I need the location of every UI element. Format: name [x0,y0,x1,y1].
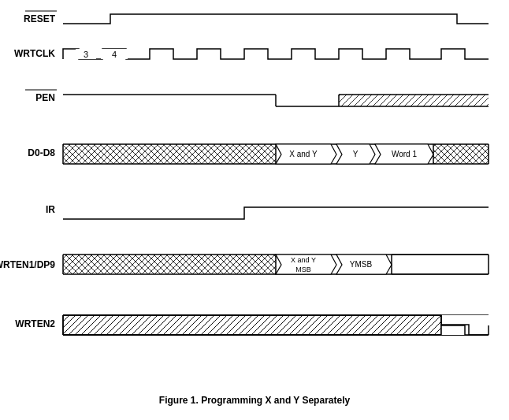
reset-label: RESET [24,13,56,24]
y-label: Y [353,150,359,158]
svg-rect-13 [63,144,276,164]
xandy-label: X and Y [289,150,318,158]
wrtclk-label: WRTCLK [14,48,55,59]
ymsb-label: YMSB [350,260,373,269]
svg-rect-10 [339,95,489,106]
ir-label: IR [46,204,55,215]
wrten2-label: WRTEN2 [15,318,55,329]
wrtclk-3: 3 [84,50,88,59]
svg-rect-19 [433,144,489,164]
pen-label: PEN [35,92,55,103]
timing-diagram: RESET WRTCLK 3 3 4 PEN [0,0,509,420]
figure-caption: Figure 1. Programming X and Y Separately [0,395,509,406]
xandymsb-label: X and Y [291,256,316,264]
wrtclk-4: 4 [112,50,117,59]
svg-rect-43 [63,315,441,335]
svg-rect-24 [63,255,276,274]
xandymsb-label2: MSB [295,266,311,273]
wrten1dp9-label: WRTEN1/DP9 [0,259,55,270]
d0d8-label: D0-D8 [28,147,55,158]
word1-label: Word 1 [392,150,417,158]
